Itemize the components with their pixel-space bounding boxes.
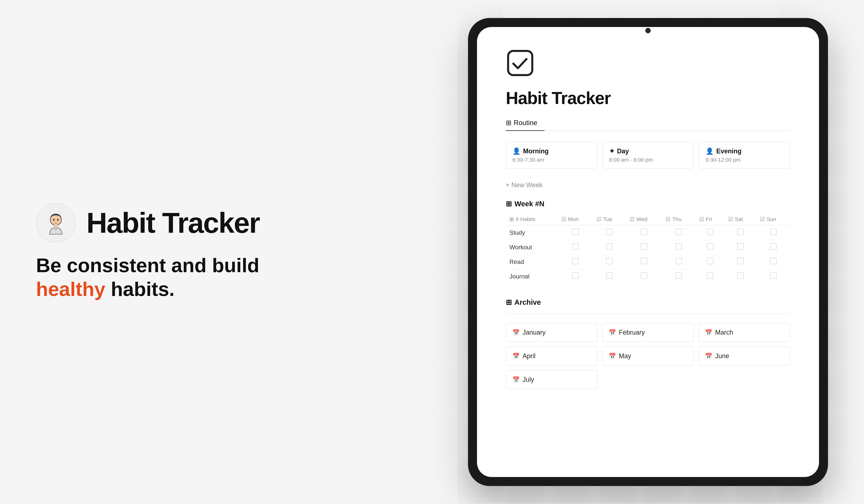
habit-checkbox-3-3[interactable] [662, 269, 696, 284]
habit-checkbox-1-1[interactable] [593, 240, 626, 254]
habit-checkbox-2-4[interactable] [696, 254, 725, 269]
morning-label: Morning [523, 147, 549, 155]
table-row: Read [506, 254, 790, 269]
checkbox-icon[interactable] [770, 258, 777, 264]
left-section: Habit Tracker Be consistent and build he… [36, 203, 260, 301]
routine-cards: 👤 Morning 6:30-7:30 am ✦ Day 8:00 am - 8… [506, 142, 790, 169]
checkbox-icon[interactable] [707, 229, 713, 235]
archive-card-may[interactable]: 📅 May [602, 347, 694, 365]
checkbox-icon[interactable] [675, 229, 682, 235]
tagline-part1: Be consistent and build [36, 254, 260, 276]
tab-routine-label: Routine [514, 119, 537, 127]
tab-routine[interactable]: ⊞ Routine [506, 115, 544, 131]
checkbox-icon[interactable] [707, 272, 713, 279]
habit-checkbox-2-3[interactable] [662, 254, 696, 269]
checkbox-icon[interactable] [770, 272, 777, 279]
archive-card-july[interactable]: 📅 July [506, 370, 598, 389]
routine-card-evening[interactable]: 👤 Evening 9:30-12:00 pm [699, 142, 790, 169]
checkbox-icon-wed: ☑ [629, 216, 635, 222]
habit-checkbox-0-0[interactable] [558, 225, 593, 240]
habits-col-icon: ⊞ [509, 216, 514, 222]
col-fri: ☑ Fri [696, 213, 725, 225]
checkbox-icon[interactable] [737, 258, 744, 264]
habit-checkbox-3-1[interactable] [593, 269, 626, 284]
archive-card-june[interactable]: 📅 June [698, 347, 790, 365]
habit-checkbox-3-0[interactable] [558, 269, 593, 284]
habit-checkbox-2-5[interactable] [724, 254, 756, 269]
archive-header: ⊞ Archive [506, 298, 790, 307]
habit-checkbox-0-2[interactable] [626, 225, 662, 240]
week-section: ⊞ Week #N ⊞ # Habits [506, 200, 790, 284]
checkbox-icon[interactable] [675, 243, 682, 250]
habit-checkbox-2-1[interactable] [593, 254, 626, 269]
checkbox-icon[interactable] [770, 243, 777, 250]
checkbox-icon[interactable] [572, 258, 579, 264]
archive-month-label: January [523, 329, 545, 336]
checkbox-icon[interactable] [606, 258, 613, 264]
col-tue: ☑ Tue [593, 213, 626, 225]
habit-checkbox-3-6[interactable] [756, 269, 790, 284]
day-time: 8:00 am - 8:00 pm [609, 157, 687, 163]
checkbox-icon[interactable] [641, 258, 647, 264]
habit-checkbox-0-6[interactable] [756, 225, 790, 240]
habit-checkbox-2-6[interactable] [756, 254, 790, 269]
habit-checkbox-0-5[interactable] [724, 225, 756, 240]
habits-table: ⊞ # Habits ☑ Mon [506, 213, 790, 284]
archive-section: ⊞ Archive 📅 January📅 February📅 March📅 Ap… [506, 298, 790, 389]
habit-checkbox-0-4[interactable] [696, 225, 725, 240]
habit-checkbox-1-4[interactable] [696, 240, 725, 254]
habit-checkbox-1-6[interactable] [756, 240, 790, 254]
checkbox-icon[interactable] [737, 272, 744, 279]
habit-checkbox-0-3[interactable] [662, 225, 696, 240]
checkbox-icon[interactable] [707, 258, 713, 264]
col-mon: ☑ Mon [558, 213, 593, 225]
checkbox-icon[interactable] [572, 229, 579, 235]
notion-icon [506, 49, 535, 77]
new-week-button[interactable]: + New Week [506, 179, 790, 191]
habit-name-0: Study [506, 225, 558, 240]
day-icon: ✦ [609, 147, 614, 155]
svg-point-2 [57, 219, 59, 221]
archive-card-march[interactable]: 📅 March [698, 323, 790, 342]
checkbox-icon[interactable] [606, 229, 613, 235]
checkbox-icon[interactable] [641, 272, 647, 279]
checkbox-icon[interactable] [641, 229, 647, 235]
archive-month-label: March [715, 329, 733, 336]
habit-checkbox-1-3[interactable] [662, 240, 696, 254]
habit-checkbox-3-5[interactable] [724, 269, 756, 284]
tablet-screen: Habit Tracker ⊞ Routine 👤 Morning 6:30-7… [477, 27, 819, 477]
archive-month-label: February [619, 329, 645, 336]
calendar-icon: 📅 [705, 329, 712, 336]
checkbox-icon[interactable] [737, 229, 744, 235]
archive-card-april[interactable]: 📅 April [506, 347, 598, 365]
habit-checkbox-3-2[interactable] [626, 269, 662, 284]
habit-checkbox-2-2[interactable] [626, 254, 662, 269]
checkbox-icon[interactable] [675, 258, 682, 264]
habit-checkbox-3-4[interactable] [696, 269, 725, 284]
habit-checkbox-1-2[interactable] [626, 240, 662, 254]
checkbox-icon-thu: ☑ [665, 216, 671, 222]
checkbox-icon[interactable] [675, 272, 682, 279]
checkbox-icon[interactable] [572, 272, 579, 279]
routine-icon: ⊞ [506, 119, 512, 127]
checkbox-icon[interactable] [641, 243, 647, 250]
checkbox-icon[interactable] [606, 243, 613, 250]
checkbox-icon-mon: ☑ [561, 216, 566, 222]
habit-checkbox-0-1[interactable] [593, 225, 626, 240]
routine-card-day[interactable]: ✦ Day 8:00 am - 8:00 pm [602, 142, 694, 169]
archive-card-february[interactable]: 📅 February [602, 323, 694, 342]
checkbox-icon[interactable] [737, 243, 744, 250]
checkbox-icon[interactable] [606, 272, 613, 279]
checkbox-icon[interactable] [707, 243, 713, 250]
habit-checkbox-1-0[interactable] [558, 240, 593, 254]
archive-card-january[interactable]: 📅 January [506, 323, 598, 342]
habit-checkbox-2-0[interactable] [558, 254, 593, 269]
svg-rect-4 [508, 51, 532, 75]
tablet-device: Habit Tracker ⊞ Routine 👤 Morning 6:30-7… [468, 18, 828, 486]
routine-card-morning[interactable]: 👤 Morning 6:30-7:30 am [506, 142, 597, 169]
col-thu: ☑ Thu [662, 213, 696, 225]
checkbox-icon[interactable] [770, 229, 777, 235]
habit-checkbox-1-5[interactable] [724, 240, 756, 254]
avatar [36, 203, 75, 243]
checkbox-icon[interactable] [572, 243, 579, 250]
